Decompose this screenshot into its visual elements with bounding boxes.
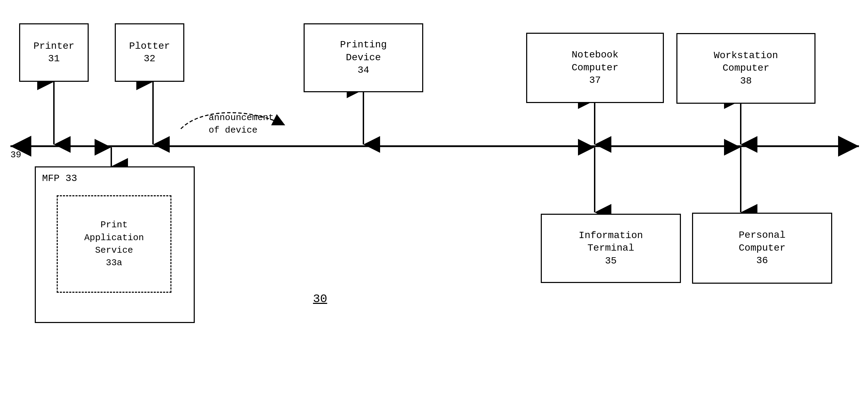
plotter-32-label: Plotter32: [129, 40, 170, 65]
diagram-number-30: 30: [313, 292, 327, 306]
information-terminal-35-label: InformationTerminal35: [579, 229, 643, 267]
workstation-computer-38-label: WorkstationComputer38: [714, 49, 778, 87]
network-bus-label-39: 39: [10, 150, 21, 160]
printer-31-label: Printer31: [33, 40, 74, 65]
diagram-container: Printer31 Plotter32 PrintingDevice34 Not…: [0, 0, 868, 417]
information-terminal-35-box: InformationTerminal35: [541, 214, 681, 283]
notebook-computer-37-label: NotebookComputer37: [572, 49, 618, 87]
printing-device-34-box: PrintingDevice34: [304, 23, 423, 92]
personal-computer-36-label: PersonalComputer36: [739, 229, 785, 267]
mfp-33-title: MFP 33: [42, 173, 77, 184]
mfp-33-box: MFP 33 PrintApplicationService33a: [35, 166, 195, 323]
personal-computer-36-box: PersonalComputer36: [692, 213, 832, 284]
printing-device-34-label: PrintingDevice34: [340, 39, 387, 77]
print-app-service-box: PrintApplicationService33a: [57, 195, 171, 293]
workstation-computer-38-box: WorkstationComputer38: [676, 33, 815, 104]
announcement-label: announcementof device: [209, 111, 274, 137]
notebook-computer-37-box: NotebookComputer37: [526, 33, 664, 103]
print-app-service-label: PrintApplicationService33a: [84, 219, 144, 269]
printer-31-box: Printer31: [19, 23, 89, 82]
plotter-32-box: Plotter32: [115, 23, 184, 82]
